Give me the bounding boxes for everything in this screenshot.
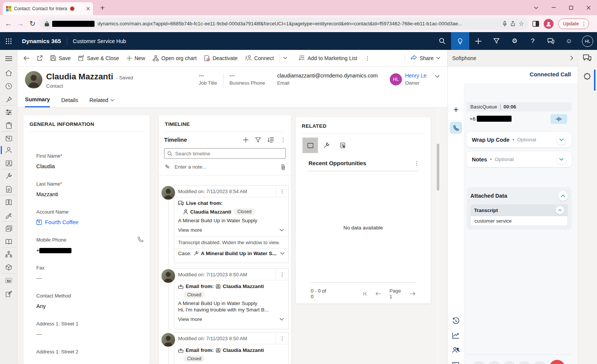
wrapup-code-card[interactable]: Wrap Up Code • Optional <box>467 132 572 147</box>
open-org-chart-button[interactable]: Open org chart <box>149 50 200 67</box>
sidebar-item-knowledge-search[interactable] <box>0 210 17 221</box>
related-tab-entitlements[interactable] <box>335 138 350 153</box>
app-launcher-waffle-icon[interactable] <box>0 38 17 44</box>
tab-related[interactable]: Related <box>89 96 114 107</box>
end-call-button[interactable] <box>549 360 565 364</box>
sidebar-item-knowledge-base[interactable] <box>0 236 17 247</box>
browser-tab[interactable]: Contact: Contact for Interact <box>3 2 93 15</box>
street1-value[interactable]: --- <box>36 331 143 337</box>
hold-pause-button[interactable] <box>518 361 531 364</box>
sidebar-item-social-profiles[interactable] <box>0 158 17 169</box>
active-call-session-button[interactable] <box>450 122 462 134</box>
quick-create-plus-icon[interactable] <box>469 32 487 50</box>
attach-paperclip-icon[interactable] <box>281 164 285 170</box>
notes-expand-chevron[interactable] <box>557 155 566 164</box>
browser-update-button[interactable]: Update ⋮ <box>558 19 589 29</box>
related-tab-cases[interactable] <box>319 138 334 153</box>
call-history-icon[interactable] <box>452 318 459 325</box>
new-tab-button[interactable]: + <box>98 4 107 12</box>
notes-card[interactable]: Notes • Optional <box>467 152 572 167</box>
entry-from[interactable]: Claudia Mazzanti <box>223 283 264 289</box>
window-maximize-button[interactable] <box>562 0 580 15</box>
entry-more-dots[interactable]: ⋮ <box>276 269 288 280</box>
command-overflow-dots[interactable]: ⋮ <box>361 55 374 61</box>
form-scrollbar[interactable] <box>436 108 440 364</box>
call-phone-icon[interactable] <box>138 236 144 242</box>
entry-case-link[interactable]: Case: A Mineral Build Up in Water S... <box>174 249 288 258</box>
account-link[interactable]: Fourth Coffee <box>36 219 143 225</box>
entry-view-more[interactable]: View more <box>178 314 285 325</box>
next-page-button[interactable] <box>410 292 416 296</box>
connect-button[interactable]: Connect <box>241 50 278 67</box>
teams-chat-icon[interactable] <box>583 54 591 62</box>
timeline-entry-email[interactable]: Modified on: 7/11/2023 8:50 AM ⋮ Email f… <box>159 268 289 329</box>
last-name-value[interactable]: Mazzanti <box>36 191 143 197</box>
timeline-sort-icon[interactable] <box>268 137 274 143</box>
suggestions-lightbulb-icon[interactable] <box>451 32 469 50</box>
sidebar-item-products[interactable] <box>0 262 17 273</box>
entry-more-dots[interactable]: ⋮ <box>276 186 288 197</box>
previous-page-button[interactable] <box>375 292 381 296</box>
entry-from[interactable]: Claudia Mazzanti <box>223 347 264 353</box>
transcript-value-field[interactable]: customer service <box>470 216 568 226</box>
timeline-entry-email[interactable]: Modified on: 7/11/2023 8:50 AM ⋮ Email f… <box>159 332 289 364</box>
window-menu-button[interactable] <box>527 0 545 15</box>
timeline-add-icon[interactable] <box>243 137 248 143</box>
window-minimize-button[interactable] <box>545 0 562 15</box>
contacts-icon[interactable] <box>452 347 460 353</box>
owner-name-link[interactable]: Henry Le <box>405 73 426 79</box>
sidebar-item-email-templates[interactable] <box>0 223 17 234</box>
hold-device-button[interactable] <box>487 361 501 364</box>
browser-forward-button[interactable]: → <box>14 20 26 28</box>
wrapup-expand-chevron[interactable] <box>557 135 566 145</box>
sidebar-item-accounts[interactable] <box>0 133 17 144</box>
new-button[interactable]: New <box>123 50 149 67</box>
business-phone-value[interactable]: --- <box>229 73 265 79</box>
timeline-filter-icon[interactable] <box>255 137 261 143</box>
sidebar-item-activities[interactable] <box>0 120 17 131</box>
sidebar-item-knowledge-articles[interactable] <box>0 197 17 208</box>
global-search-icon[interactable] <box>433 32 451 50</box>
transfer-call-button[interactable] <box>472 361 486 364</box>
tab-details[interactable]: Details <box>61 96 78 107</box>
analytics-chart-icon[interactable] <box>452 332 459 339</box>
first-name-value[interactable]: Claudia <box>36 163 143 169</box>
owner-avatar[interactable]: HL <box>390 73 402 85</box>
user-avatar[interactable]: HL <box>582 36 593 47</box>
new-session-plus-button[interactable]: + <box>448 104 464 121</box>
sidebar-item-queues[interactable] <box>0 184 17 195</box>
header-collapse-chevron[interactable] <box>435 75 440 78</box>
emoji-smiley-icon[interactable]: ☺ <box>560 32 578 50</box>
sidebar-item-pinned[interactable] <box>0 94 17 105</box>
collapse-panel-chevron[interactable] <box>570 56 573 60</box>
sidebar-item-marketing-lists[interactable] <box>0 275 17 286</box>
scrollbar-thumb[interactable] <box>437 144 439 191</box>
address-bar[interactable]: dynamics.com/main.aspx?appid=6685b74b-fc… <box>40 18 529 30</box>
sidebar-item-dashboards[interactable] <box>0 107 17 118</box>
help-icon[interactable]: ? <box>524 32 542 50</box>
browser-menu-dots-icon[interactable]: ⋮ <box>581 21 586 27</box>
mute-microphone-button[interactable] <box>533 361 546 364</box>
timeline-note-composer[interactable]: ✎ Enter a note... <box>159 159 291 175</box>
microphone-icon[interactable] <box>502 21 507 27</box>
audio-waveform-button[interactable] <box>550 114 567 124</box>
app-name[interactable]: Customer Service Hub <box>73 38 126 44</box>
browser-back-button[interactable]: ← <box>2 20 14 28</box>
email-value[interactable]: claudiamazzanti@crmdemo.dynamics.com <box>277 73 378 79</box>
settings-gear-icon[interactable]: ⚙ <box>506 32 524 50</box>
timeline-search-input[interactable] <box>175 151 282 156</box>
first-page-button[interactable] <box>363 292 367 296</box>
split-screen-icon[interactable] <box>532 21 539 27</box>
dialpad-button[interactable] <box>502 361 516 364</box>
timeline-entry-livechat[interactable]: Modified on: 7/11/2023 8:54 AM ⋮ Live ch… <box>159 185 289 263</box>
job-title-value[interactable]: --- <box>199 73 217 79</box>
share-icon[interactable] <box>510 21 516 26</box>
add-to-marketing-list-button[interactable]: Add to Marketing List <box>295 50 361 67</box>
window-close-button[interactable] <box>580 0 597 15</box>
browser-reload-button[interactable]: ↻ <box>26 19 39 28</box>
entry-view-more[interactable]: View more <box>178 225 285 236</box>
filter-icon[interactable] <box>487 32 506 50</box>
dynamics-brand[interactable]: Dynamics 365 <box>22 38 61 45</box>
sidebar-item-home[interactable] <box>0 67 17 79</box>
plugin-puzzle-icon[interactable] <box>583 73 591 81</box>
